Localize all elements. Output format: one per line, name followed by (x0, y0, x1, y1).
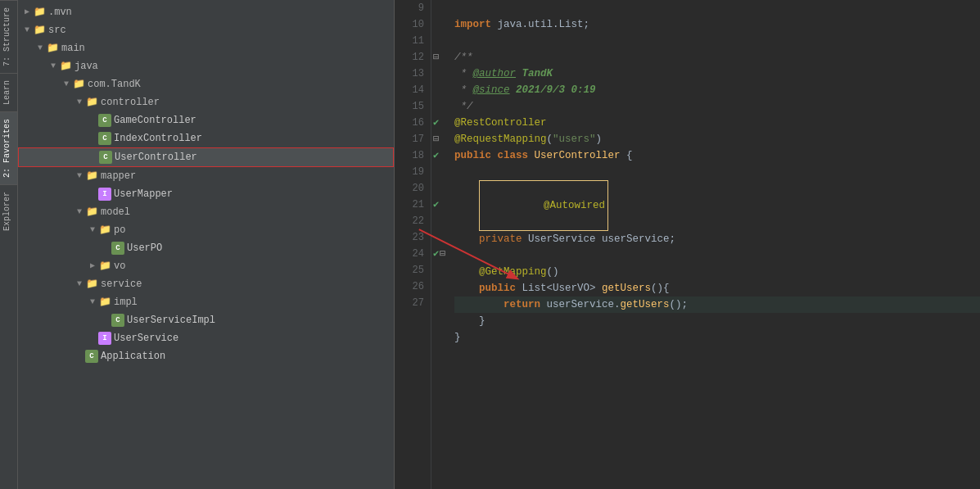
tree-item-userservice[interactable]: ▶ I UserService (18, 329, 394, 347)
tree-label-userserviceimpl: UserServiceImpl (127, 313, 215, 328)
line-num-15: 15 (395, 98, 424, 115)
code-line-13: * @author TandK (454, 66, 980, 82)
tree-arrow-comtandk: ▼ (61, 77, 72, 92)
code-line-10: import java.util.List; (454, 16, 980, 33)
tree-label-usermapper: UserMapper (114, 187, 173, 201)
gutter: ⊟ ✔ ⊟ ✔ ✔ ✔ ⊟ (431, 0, 448, 489)
tree-item-vo[interactable]: ▶ 📁 vo (18, 257, 394, 275)
code-line-23: @GetMapping () (454, 264, 980, 280)
tree-item-po[interactable]: ▼ 📁 po (18, 221, 394, 239)
line-num-20: 20 (395, 180, 424, 197)
class-icon-userpo: C (111, 242, 124, 255)
class-keyword: class (498, 147, 529, 164)
class-icon-application: C (85, 350, 98, 363)
annotation-autowired: @Autowired (544, 200, 605, 211)
tree-item-userpo[interactable]: ▶ C UserPO (18, 239, 394, 257)
folder-icon-mapper: 📁 (85, 170, 98, 183)
line-num-26: 26 (395, 278, 424, 295)
tree-item-controller[interactable]: ▼ 📁 controller (18, 93, 394, 111)
comment-end: */ (454, 98, 473, 115)
tree-label-java: java (75, 59, 98, 74)
class-name-usercontroller: UserController (535, 147, 621, 164)
tree-label-model: model (101, 205, 130, 220)
file-tree-panel: ▶ 📁 .mvn ▼ 📁 src ▼ 📁 main ▼ 📁 java ▼ 📁 c… (18, 0, 395, 489)
tree-item-main[interactable]: ▼ 📁 main (18, 39, 394, 57)
code-line-9 (454, 0, 980, 16)
comment-since-tag: @since (473, 82, 510, 98)
tree-label-application: Application (101, 349, 165, 364)
indent-space-24 (454, 280, 479, 297)
comment-start: /** (454, 49, 473, 66)
tree-item-java[interactable]: ▼ 📁 java (18, 57, 394, 75)
tree-label-impl: impl (114, 295, 138, 310)
folder-icon-main: 📁 (46, 42, 59, 55)
getusers-method: getUsers (602, 280, 651, 297)
tree-item-indexcontroller[interactable]: ▶ C IndexController (18, 129, 394, 147)
comment-author-val: TandK (516, 66, 553, 82)
closing-brace-27: } (454, 329, 461, 346)
tree-item-service[interactable]: ▼ 📁 service (18, 275, 394, 293)
tree-arrow-mapper: ▼ (74, 169, 85, 183)
tree-arrow-mvn: ▶ (21, 5, 33, 20)
line-num-24: 24 (395, 246, 424, 262)
line-num-17: 17 (395, 131, 424, 147)
folder-icon-po: 📁 (98, 224, 111, 237)
sidebar-tabs: 7: Structure Learn 2: Favorites Explorer (0, 0, 18, 489)
class-icon-usermapper: I (98, 188, 111, 201)
tree-arrow-impl: ▼ (87, 295, 98, 310)
sidebar-tab-explorer[interactable]: Explorer (0, 184, 17, 238)
line-num-16: 16 (395, 115, 424, 131)
tree-item-model[interactable]: ▼ 📁 model (18, 203, 394, 221)
code-lines[interactable]: import java.util.List; /** * @author Tan… (448, 0, 980, 489)
tree-item-gamecontroller[interactable]: ▶ C GameController (18, 111, 394, 129)
code-line-20: @Autowired (454, 180, 980, 231)
code-line-12: /** (454, 49, 980, 66)
code-line-19 (454, 164, 980, 180)
line-num-21: 21 (395, 197, 424, 213)
annotation-requestmapping-value: "users" (553, 131, 596, 147)
tree-label-vo: vo (114, 259, 125, 274)
tree-label-service: service (101, 277, 142, 292)
tree-item-application[interactable]: ▶ C Application (18, 347, 394, 365)
tree-item-mapper[interactable]: ▼ 📁 mapper (18, 167, 394, 185)
indent-space-23 (454, 264, 479, 280)
tree-item-usermapper[interactable]: ▶ I UserMapper (18, 185, 394, 203)
tree-item-comtandk[interactable]: ▼ 📁 com.TandK (18, 75, 394, 93)
indent-space-21 (454, 231, 479, 247)
code-line-16: @RestController (454, 115, 980, 131)
tree-label-gamecontroller: GameController (114, 113, 196, 128)
comment-since-prefix: * (454, 82, 473, 98)
folder-icon-controller: 📁 (85, 96, 98, 109)
tree-item-userserviceimpl[interactable]: ▶ C UserServiceImpl (18, 311, 394, 329)
tree-item-usercontroller[interactable]: ▶ C UserController (18, 147, 394, 167)
code-line-17: @RequestMapping("users") (454, 131, 980, 147)
public-keyword: public (454, 147, 491, 164)
line-numbers: 9 10 11 12 13 14 15 16 17 18 19 20 21 22… (395, 0, 431, 489)
tree-arrow-model: ▼ (74, 205, 85, 220)
class-brace: { (621, 147, 633, 164)
code-line-21: private UserService userService; (454, 231, 980, 247)
tree-label-comtandk: com.TandK (88, 77, 141, 92)
sidebar-tab-favorites[interactable]: 2: Favorites (0, 111, 17, 184)
userservice-type: UserService userService; (522, 231, 676, 247)
folder-icon-java: 📁 (59, 60, 72, 73)
line-num-22: 22 (395, 213, 424, 229)
return-keyword: return (504, 297, 540, 313)
gutter-fold-17: ⊟ (433, 131, 439, 147)
code-line-24: public List<UserVO> getUsers (){ (454, 280, 980, 297)
comment-author-prefix: * (454, 66, 473, 82)
tree-item-impl[interactable]: ▼ 📁 impl (18, 293, 394, 311)
sidebar-tab-structure[interactable]: 7: Structure (0, 0, 17, 73)
gutter-check-24: ✔ (433, 246, 439, 262)
annotation-getmapping: @GetMapping (479, 264, 547, 280)
tree-arrow-src: ▼ (21, 23, 33, 38)
class-icon-userserviceimpl: C (111, 314, 124, 327)
getusers-call: getUsers (621, 297, 670, 313)
code-line-11 (454, 33, 980, 49)
private-keyword: private (479, 231, 522, 247)
class-icon-gamecontroller: C (98, 114, 111, 127)
comment-author-tag: @author (473, 66, 517, 82)
tree-item-mvn[interactable]: ▶ 📁 .mvn (18, 3, 394, 21)
tree-item-src[interactable]: ▼ 📁 src (18, 21, 394, 39)
sidebar-tab-learn[interactable]: Learn (0, 73, 17, 111)
